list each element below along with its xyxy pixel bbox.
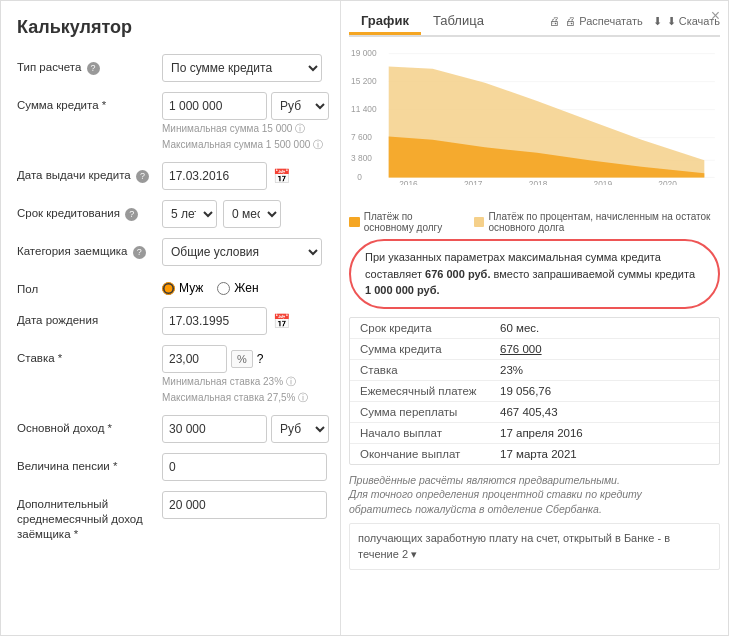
svg-text:0: 0 xyxy=(357,171,362,181)
svg-text:15 200: 15 200 xyxy=(351,76,377,86)
legend-interest: Платёж по процентам, начисленным на оста… xyxy=(474,211,720,233)
result-end: Окончание выплат 17 марта 2021 xyxy=(350,444,719,464)
income-currency-select[interactable]: Руб xyxy=(271,415,329,443)
date-row: Дата выдачи кредита ? 📅 xyxy=(17,162,324,190)
sum-row: Сумма кредита * Руб Минимальная сумма 15… xyxy=(17,92,324,152)
result-overpayment: Сумма переплаты 467 405,43 xyxy=(350,402,719,423)
rate-row: Ставка * % ? Минимальная ставка 23% ⓘ Ма… xyxy=(17,345,324,405)
scroll-hint[interactable]: получающих заработную плату на счет, отк… xyxy=(349,523,720,570)
result-end-label: Окончание выплат xyxy=(360,448,500,460)
warning-amount: 676 000 руб. xyxy=(425,268,490,280)
tab-table[interactable]: Таблица xyxy=(421,9,496,35)
pension-label: Величина пенсии * xyxy=(17,453,162,474)
term-months-select[interactable]: 0 мес. xyxy=(223,200,281,228)
rate-help-icon[interactable]: ? xyxy=(257,352,264,366)
close-button[interactable]: × xyxy=(711,7,720,25)
calendar-icon[interactable]: 📅 xyxy=(273,168,290,184)
print-button[interactable]: 🖨 🖨 Распечатать xyxy=(549,15,643,27)
svg-text:2017: 2017 xyxy=(464,179,483,185)
result-payment: Ежемесячный платеж 19 056,76 xyxy=(350,381,719,402)
category-select[interactable]: Общие условия xyxy=(162,238,322,266)
income-row: Основной доход * Руб xyxy=(17,415,324,443)
download-icon: ⬇ xyxy=(653,15,662,28)
warning-box: При указанных параметрах максимальная су… xyxy=(349,239,720,309)
result-start: Начало выплат 17 апреля 2016 xyxy=(350,423,719,444)
pension-input[interactable] xyxy=(162,453,327,481)
calc-type-label: Тип расчета ? xyxy=(17,54,162,75)
extra-income-input[interactable] xyxy=(162,491,327,519)
result-rate-label: Ставка xyxy=(360,364,500,376)
rate-input[interactable] xyxy=(162,345,227,373)
left-panel: Калькулятор Тип расчета ? По сумме креди… xyxy=(1,1,341,635)
income-input[interactable] xyxy=(162,415,267,443)
sum-currency-select[interactable]: Руб xyxy=(271,92,329,120)
result-rate: Ставка 23% xyxy=(350,360,719,381)
calc-type-select[interactable]: По сумме кредита xyxy=(162,54,322,82)
dob-row: Дата рождения 📅 xyxy=(17,307,324,335)
svg-text:2020: 2020 xyxy=(658,179,677,185)
warning-requested: 1 000 000 руб. xyxy=(365,284,440,296)
result-overpayment-value: 467 405,43 xyxy=(500,406,709,418)
sum-control: Руб Минимальная сумма 15 000 ⓘ Максималь… xyxy=(162,92,329,152)
legend-principal-label: Платёж по основному долгу xyxy=(364,211,464,233)
date-control: 📅 xyxy=(162,162,324,190)
chart-area: 19 000 15 200 11 400 7 600 3 800 0 2016 … xyxy=(349,45,720,205)
chart-svg: 19 000 15 200 11 400 7 600 3 800 0 2016 … xyxy=(349,45,720,185)
date-help-icon[interactable]: ? xyxy=(136,170,149,183)
gender-female-radio[interactable]: Жен xyxy=(217,281,258,295)
legend-interest-box xyxy=(474,217,485,227)
category-label: Категория заемщика ? xyxy=(17,238,162,259)
scroll-text: получающих заработную плату на счет, отк… xyxy=(358,532,670,561)
category-control: Общие условия xyxy=(162,238,324,266)
sum-hint1: Минимальная сумма 15 000 ⓘ xyxy=(162,122,329,136)
pension-control xyxy=(162,453,327,481)
result-start-label: Начало выплат xyxy=(360,427,500,439)
category-row: Категория заемщика ? Общие условия xyxy=(17,238,324,266)
pension-row: Величина пенсии * xyxy=(17,453,324,481)
percent-badge: % xyxy=(231,350,253,368)
income-control: Руб xyxy=(162,415,329,443)
calc-type-row: Тип расчета ? По сумме кредита xyxy=(17,54,324,82)
result-end-value: 17 марта 2021 xyxy=(500,448,709,460)
term-row: Срок кредитования ? 5 лет 0 мес. xyxy=(17,200,324,228)
calc-type-control: По сумме кредита xyxy=(162,54,324,82)
svg-text:7 600: 7 600 xyxy=(351,132,372,142)
legend-principal-box xyxy=(349,217,360,227)
result-sum-label: Сумма кредита xyxy=(360,343,500,355)
term-help-icon[interactable]: ? xyxy=(125,208,138,221)
calc-type-help-icon[interactable]: ? xyxy=(87,62,100,75)
results-table: Срок кредита 60 мес. Сумма кредита 676 0… xyxy=(349,317,720,465)
gender-male-radio[interactable]: Муж xyxy=(162,281,203,295)
rate-hint2: Максимальная ставка 27,5% ⓘ xyxy=(162,391,324,405)
tab-actions: 🖨 🖨 Распечатать ⬇ ⬇ Скачать xyxy=(549,15,720,28)
dob-calendar-icon[interactable]: 📅 xyxy=(273,313,290,329)
svg-text:11 400: 11 400 xyxy=(351,104,377,114)
category-help-icon[interactable]: ? xyxy=(133,246,146,259)
term-years-select[interactable]: 5 лет xyxy=(162,200,217,228)
term-control: 5 лет 0 мес. xyxy=(162,200,324,228)
rate-label: Ставка * xyxy=(17,345,162,366)
result-payment-label: Ежемесячный платеж xyxy=(360,385,500,397)
date-input[interactable] xyxy=(162,162,267,190)
gender-row: Пол Муж Жен xyxy=(17,276,324,297)
result-sum-value: 676 000 xyxy=(500,343,709,355)
tabs-row: График Таблица 🖨 🖨 Распечатать ⬇ ⬇ Скача… xyxy=(349,9,720,37)
result-sum: Сумма кредита 676 000 xyxy=(350,339,719,360)
chart-legend: Платёж по основному долгу Платёж по проц… xyxy=(349,211,720,233)
income-label: Основной доход * xyxy=(17,415,162,436)
dob-control: 📅 xyxy=(162,307,324,335)
right-panel: × График Таблица 🖨 🖨 Распечатать ⬇ ⬇ Ска… xyxy=(341,1,728,635)
sum-input[interactable] xyxy=(162,92,267,120)
extra-income-label: Дополнительный среднемесячный доход заём… xyxy=(17,491,162,542)
tab-graph[interactable]: График xyxy=(349,9,421,35)
result-payment-value: 19 056,76 xyxy=(500,385,709,397)
panel-title: Калькулятор xyxy=(17,17,324,38)
extra-income-control xyxy=(162,491,327,519)
rate-control: % ? Минимальная ставка 23% ⓘ Максимальна… xyxy=(162,345,324,405)
date-label: Дата выдачи кредита ? xyxy=(17,162,162,183)
rate-hint1: Минимальная ставка 23% ⓘ xyxy=(162,375,324,389)
footnote: Приведённые расчёты являются предварител… xyxy=(349,473,720,517)
sum-label: Сумма кредита * xyxy=(17,92,162,113)
svg-text:3 800: 3 800 xyxy=(351,153,372,163)
dob-input[interactable] xyxy=(162,307,267,335)
